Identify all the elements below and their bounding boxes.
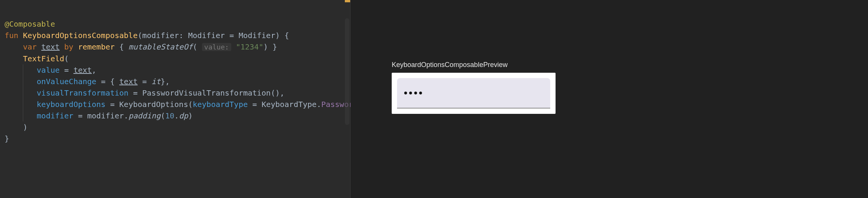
password-textfield[interactable]: •••• [397,78,550,109]
editor-scrollbar[interactable] [345,18,349,125]
keyword-fun: fun [5,31,18,40]
num-10: 10 [165,111,174,120]
eq: = [225,31,239,40]
keyword-by: by [64,42,74,51]
code-editor[interactable]: @Composable fun KeyboardOptionsComposabl… [0,0,351,198]
code-content[interactable]: @Composable fun KeyboardOptionsComposabl… [5,7,350,144]
ref-text-2: text [119,77,138,86]
compose-preview-pane[interactable]: KeyboardOptionsComposablePreview •••• [351,0,868,198]
type-keyboardtype: KeyboardType [261,100,317,109]
param-name-modifier: modifier [142,31,179,40]
call-keyboardoptions: KeyboardOptions [119,100,188,109]
call-passwordvisualtransformation: PasswordVisualTransformation [142,88,271,97]
param-value: value [37,65,59,75]
function-name: KeyboardOptionsComposable [23,31,138,40]
param-onvaluechange: onValueChange [37,77,96,86]
preview-block: KeyboardOptionsComposablePreview •••• [392,61,556,114]
annotation: @Composable [5,19,55,29]
param-keyboardtype: keyboardType [193,100,248,109]
ref-text: text [74,65,92,75]
inline-hint-value: value: [202,43,231,51]
param-modifier: modifier [37,111,73,120]
default-modifier: Modifier [239,31,275,40]
ref-it: it [151,77,160,86]
var-text: text [41,42,59,51]
preview-title: KeyboardOptionsComposablePreview [392,61,556,69]
ref-modifier: modifier [87,111,124,120]
param-visualtransformation: visualTransformation [37,88,128,97]
type-modifier: Modifier [188,31,225,40]
gutter-warning-mark [345,0,350,2]
keyword-var: var [23,42,37,51]
call-remember: remember [78,42,115,51]
unit-dp: dp [179,111,188,120]
string-1234: "1234" [236,42,263,51]
preview-surface: •••• [392,73,556,114]
password-masked-value: •••• [404,87,424,99]
call-padding: padding [128,111,160,120]
call-textfield: TextField [23,54,64,63]
call-mutablestateof: mutableStateOf [128,42,193,51]
param-keyboardoptions: keyboardOptions [37,100,106,109]
